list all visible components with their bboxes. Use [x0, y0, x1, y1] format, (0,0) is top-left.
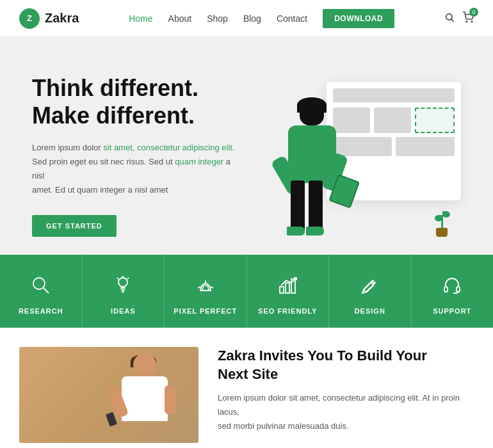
hero-section: Think different. Make different. Lorem i… — [0, 37, 493, 255]
research-icon — [28, 273, 54, 298]
plant-pot — [436, 228, 448, 237]
feature-label-research: RESEARCH — [19, 307, 63, 315]
svg-line-8 — [117, 278, 118, 279]
photo-body — [122, 376, 168, 421]
nav-icons: 0 — [444, 12, 474, 25]
feature-research[interactable]: RESEARCH — [0, 255, 83, 328]
person-leg-right — [309, 180, 323, 232]
plant-decoration — [432, 208, 451, 237]
photo-person — [115, 353, 173, 443]
photo-arm-right — [165, 385, 176, 414]
feature-ideas[interactable]: IDEAS — [83, 255, 165, 328]
screen-block — [396, 137, 455, 156]
svg-point-3 — [471, 21, 473, 22]
bottom-description: Lorem ipsum dolor sit amet, consectetur … — [218, 391, 474, 433]
person-shoe-right — [306, 227, 324, 236]
hero-title: Think different. Make different. — [32, 74, 243, 129]
photo-phone — [106, 412, 117, 427]
screen-block — [374, 108, 411, 133]
svg-line-9 — [127, 278, 129, 279]
svg-rect-12 — [286, 283, 289, 293]
bottom-title: Zakra Invites You To Build Your Next Sit… — [218, 347, 474, 383]
main-nav: Home About Shop Blog Contact DOWNLOAD — [129, 9, 394, 28]
person-figure — [282, 101, 346, 242]
seo-icon — [275, 273, 300, 298]
screen-block-active — [415, 108, 455, 133]
cart-badge: 0 — [469, 8, 478, 17]
download-button[interactable]: DOWNLOAD — [323, 9, 394, 28]
plant-leaf — [442, 211, 450, 218]
svg-point-4 — [33, 278, 45, 289]
nav-item-shop[interactable]: Shop — [207, 13, 228, 24]
person-head — [300, 101, 324, 125]
svg-rect-11 — [280, 287, 284, 293]
feature-label-seo: SEO FRIENDLY — [258, 307, 317, 315]
nav-item-home[interactable]: Home — [129, 13, 152, 24]
svg-point-6 — [118, 278, 127, 287]
get-started-button[interactable]: GET STARTED — [32, 215, 117, 237]
person-leg-left — [291, 180, 305, 232]
feature-pixel-perfect[interactable]: PIXEL PERFECT — [165, 255, 247, 328]
hero-description: Lorem ipsum dolor sit amet, consectetur … — [32, 141, 243, 197]
bottom-section: Zakra Invites You To Build Your Next Sit… — [0, 328, 493, 448]
hero-graphic — [243, 76, 461, 242]
svg-point-2 — [466, 21, 467, 22]
photo-background — [19, 347, 198, 443]
person-arm-right — [321, 152, 348, 193]
svg-line-1 — [451, 19, 454, 22]
design-icon — [357, 273, 383, 298]
svg-line-5 — [44, 288, 49, 293]
hero-illustration — [243, 69, 461, 242]
feature-seo-friendly[interactable]: SEO FRIENDLY — [247, 255, 330, 328]
feature-design[interactable]: DESIGN — [329, 255, 412, 328]
bottom-text: Zakra Invites You To Build Your Next Sit… — [218, 347, 474, 433]
screen-row-2 — [333, 137, 455, 156]
feature-label-ideas: IDEAS — [111, 307, 136, 315]
svg-point-0 — [446, 14, 452, 20]
screen-row-1 — [333, 108, 455, 133]
nav-item-contact[interactable]: Contact — [277, 13, 307, 24]
feature-label-pixel-perfect: PIXEL PERFECT — [174, 307, 237, 315]
support-icon — [439, 273, 465, 298]
logo-icon: Z — [19, 8, 40, 29]
person-body — [288, 125, 336, 183]
svg-rect-16 — [444, 287, 448, 292]
person-shoe-left — [287, 227, 305, 236]
feature-label-design: DESIGN — [355, 307, 385, 315]
hero-content: Think different. Make different. Lorem i… — [32, 74, 243, 237]
svg-rect-17 — [457, 287, 460, 292]
nav-item-about[interactable]: About — [168, 13, 192, 24]
feature-support[interactable]: SUPPORT — [412, 255, 494, 328]
screen-bar — [333, 88, 455, 102]
bottom-image — [19, 347, 198, 443]
logo[interactable]: Z Zakra — [19, 8, 79, 29]
cart-button[interactable]: 0 — [462, 12, 474, 25]
ideas-icon — [110, 273, 136, 298]
search-button[interactable] — [444, 12, 455, 24]
header: Z Zakra Home About Shop Blog Contact DOW… — [0, 0, 493, 37]
plant-leaf — [435, 215, 442, 221]
logo-text: Zakra — [45, 11, 79, 26]
features-bar: RESEARCH IDEAS PIXEL PERFECT — [0, 255, 493, 328]
search-icon — [444, 12, 455, 22]
pixel-perfect-icon — [193, 273, 218, 298]
photo-head — [133, 353, 156, 376]
nav-item-blog[interactable]: Blog — [243, 13, 261, 24]
feature-label-support: SUPPORT — [433, 307, 471, 315]
